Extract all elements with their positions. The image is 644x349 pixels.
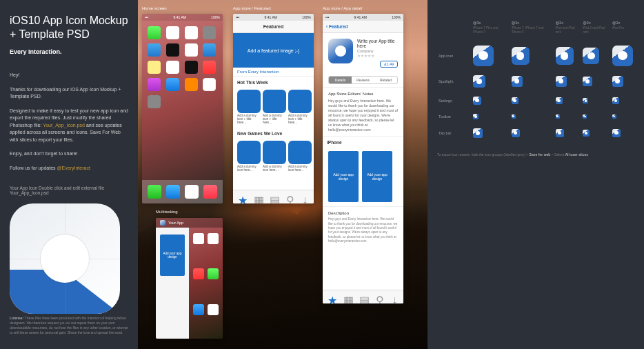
icon-size-cell (581, 41, 611, 71)
screenshot-placeholder[interactable]: Add your app design (362, 151, 392, 202)
twitter-link[interactable]: @EveryInteract (57, 166, 90, 170)
icon-size-cell (472, 124, 510, 143)
your-app-icon (160, 220, 165, 226)
app-card[interactable]: Add a dummy icon here… (237, 141, 261, 172)
icon-size-table: @3xiPhone 7 Plus and iPhone 7 @2xiPhone … (437, 18, 634, 143)
price-button[interactable]: £1.49 (380, 61, 398, 68)
featured-banner[interactable]: Add a featured image ;-) (233, 33, 314, 68)
icon-size-cell (611, 124, 634, 143)
seg-reviews[interactable]: Reviews (352, 77, 374, 83)
label-multitasking: Multitasking (156, 210, 178, 214)
app-card[interactable]: Add a dummy icon + title here… (288, 90, 312, 125)
psd-file-link[interactable]: Your_App_Icon.psd (43, 123, 85, 128)
photos-icon[interactable] (185, 26, 198, 39)
size-icon (512, 129, 520, 137)
notes-icon[interactable] (148, 61, 161, 74)
multitask-header: Your App (156, 218, 223, 228)
news-icon[interactable] (203, 61, 216, 74)
icon-size-cell (581, 92, 611, 110)
psd-file-link-2[interactable]: Your_App_Icon.psd (10, 190, 49, 195)
col-header: @3xiPhone 7 Plus and iPhone 7 (472, 18, 510, 41)
ibooks-icon[interactable] (185, 78, 198, 91)
phone-appstore-featured: •••9:41 AM100% Featured Add a featured i… (233, 14, 314, 203)
instructions-text: Designed to make it easy to test your ne… (10, 108, 128, 144)
app-detail-icon (328, 39, 353, 63)
size-icon (612, 114, 616, 119)
calendar-icon[interactable] (166, 26, 179, 39)
icon-sizes-panel: @3xiPhone 7 Plus and iPhone 7 @2xiPhone … (427, 0, 644, 349)
back-button[interactable]: ‹ Featured (326, 24, 348, 29)
news-icon (193, 268, 204, 279)
tab-bar: ★ ▦ ▤ ⚲ ↓ (323, 290, 403, 303)
seg-related[interactable]: Related (374, 77, 397, 83)
label-app-detail: App store / App detail (323, 6, 362, 10)
maps-icon[interactable] (185, 43, 198, 57)
clock-icon[interactable] (166, 43, 179, 57)
app-card[interactable]: Add a dummy icon + title here… (263, 90, 286, 125)
row-label: Tab bar (437, 124, 472, 143)
app-icon-template[interactable] (10, 203, 120, 314)
size-icon (556, 129, 564, 137)
enjoy-text: Enjoy, and don't forget to share! (10, 150, 128, 158)
tab-categories-icon[interactable]: ▦ (254, 194, 261, 201)
stocks-icon[interactable] (185, 61, 198, 74)
icon-size-cell (581, 110, 611, 124)
weather-icon[interactable] (148, 43, 161, 57)
row-label: Settings (437, 92, 472, 110)
messages-icon[interactable] (148, 26, 161, 39)
icon-size-cell (510, 110, 554, 124)
itunes-icon[interactable] (148, 78, 161, 91)
phone-home-screen: •••9:41 AM100% (142, 14, 223, 203)
multitask-right-card[interactable] (189, 228, 223, 339)
app-title: Write your App title here (357, 39, 398, 48)
health-icon[interactable] (203, 78, 216, 91)
safari-icon[interactable] (185, 185, 199, 199)
seg-details[interactable]: Details (329, 77, 352, 83)
label-home-screen: Home screen (142, 6, 167, 10)
videos-icon[interactable] (203, 43, 216, 57)
app-card[interactable]: Add a dummy icon here… (263, 141, 286, 172)
export-instructions: To export icon assets, hide the icon gro… (437, 152, 634, 157)
settings-icon[interactable] (148, 95, 161, 108)
tab-updates-icon[interactable]: ↓ (302, 194, 309, 201)
phone-appstore-detail: •••9:41 AM100% ‹ Featured Write your App… (323, 14, 403, 303)
app-card[interactable]: Add a dummy icon + title here… (237, 90, 261, 125)
mail-icon[interactable] (166, 185, 180, 199)
from-link[interactable]: From Every Interaction (233, 68, 314, 77)
tab-updates-icon[interactable]: ↓ (392, 294, 399, 301)
size-icon (612, 129, 621, 137)
icon-instruction: Your App Icon Double click and edit exte… (10, 186, 128, 195)
reminders-icon[interactable] (166, 61, 179, 74)
screenshot-placeholder[interactable]: Add your app design (328, 151, 359, 202)
size-icon (473, 114, 479, 119)
music-icon[interactable] (203, 185, 217, 199)
size-icon (556, 76, 567, 87)
status-bar: •••9:41 AM100% (323, 14, 403, 21)
tab-categories-icon[interactable]: ▦ (343, 294, 350, 301)
size-icon (556, 47, 574, 65)
camera-icon[interactable] (203, 26, 216, 39)
phone-icon[interactable] (148, 185, 161, 199)
thanks-text: Thanks for downloading our iOS App Icon … (10, 86, 128, 101)
appstore-icon[interactable] (166, 78, 179, 91)
icon-size-cell (554, 41, 582, 71)
tab-search-icon[interactable]: ⚲ (286, 194, 293, 201)
icon-size-cell (554, 71, 582, 92)
multitask-left-card[interactable]: Add your app design (156, 228, 189, 339)
tab-featured-icon[interactable]: ★ (238, 194, 245, 201)
app-card[interactable]: Add a dummy icon here… (288, 141, 312, 172)
tab-charts-icon[interactable]: ▤ (359, 294, 366, 301)
col-header: @2xiPad and iPad mini (554, 18, 582, 41)
tab-search-icon[interactable]: ⚲ (376, 294, 383, 301)
license-text: License: These files have been produced … (10, 316, 128, 335)
greeting: Hey! (10, 72, 128, 79)
icon-size-cell (472, 71, 510, 92)
appstore-icon (193, 304, 204, 315)
segmented-control: Details Reviews Related (328, 76, 398, 84)
icon-size-cell (510, 41, 554, 71)
tab-featured-icon[interactable]: ★ (328, 294, 334, 301)
icon-circle (41, 235, 89, 283)
size-icon (473, 46, 494, 66)
tab-charts-icon[interactable]: ▤ (270, 194, 276, 201)
card-row-new: Add a dummy icon here… Add a dummy icon … (233, 138, 314, 175)
